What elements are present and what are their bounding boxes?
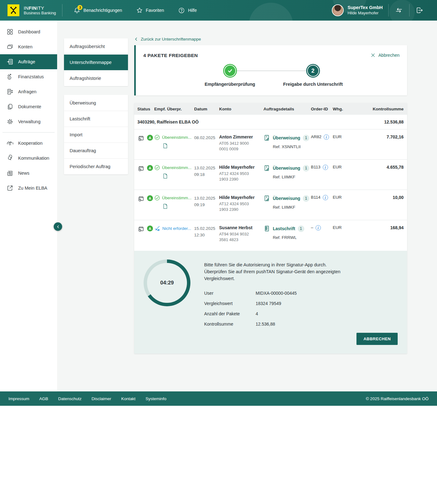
abort-button[interactable]: ABBRECHEN bbox=[356, 333, 398, 345]
verification-cell: Übereinstimm... bbox=[154, 165, 194, 190]
footer-link-agb[interactable]: AGB bbox=[39, 396, 48, 401]
brand-name-pre: IN bbox=[24, 5, 29, 11]
sidebar-item-dashboard[interactable]: Dashboard bbox=[0, 24, 57, 39]
sidebar-item-kommunikation[interactable]: Kommunikation bbox=[0, 151, 57, 166]
submenu-item-unterschriftenmappe[interactable]: Unterschriftenmappe bbox=[64, 54, 128, 70]
order-reference: Ref. LIIMKF bbox=[273, 175, 311, 179]
scheduled-order-icon bbox=[137, 195, 145, 202]
order-id: B113 bbox=[311, 165, 321, 169]
sidebar-item-label: Dokumente bbox=[18, 104, 41, 109]
page-title: 4 PAKETE FREIGEBEN bbox=[143, 53, 400, 58]
submenu-item-lastschrift[interactable]: Lastschrift bbox=[64, 111, 128, 127]
documents-icon bbox=[6, 103, 14, 110]
document-icon[interactable] bbox=[162, 203, 194, 209]
user-block[interactable]: SuperTex GmbH Hilde Mayerhofer bbox=[347, 5, 383, 16]
verification-status: Übereinstimm... bbox=[162, 135, 192, 140]
back-link[interactable]: Zurück zur Unterschriftenmappe bbox=[134, 37, 201, 41]
handshake-icon bbox=[6, 139, 14, 147]
submenu-item-auftragshistorie[interactable]: Auftragshistorie bbox=[64, 70, 128, 86]
sidebar-item-label: Aufträge bbox=[18, 59, 35, 64]
sidebar-item-kooperation[interactable]: Kooperation bbox=[0, 136, 57, 151]
newspaper-icon bbox=[6, 169, 14, 177]
logout-button[interactable] bbox=[410, 7, 430, 14]
notifications-button[interactable]: 3 Benachrichtigungen bbox=[74, 7, 122, 14]
info-icon[interactable]: i bbox=[316, 225, 321, 230]
submenu-item-auftragsuebersicht[interactable]: Auftragsübersicht bbox=[64, 38, 128, 54]
footer-link-disclaimer[interactable]: Disclaimer bbox=[91, 396, 111, 401]
cancel-link[interactable]: Abbrechen bbox=[371, 53, 400, 58]
info-icon[interactable]: i bbox=[323, 195, 328, 200]
stepper: Empfängerüberprüfung 2 Freigabe durch Un… bbox=[143, 64, 400, 87]
sidebar-item-zu-mein-elba[interactable]: Zu Mein ELBA bbox=[0, 181, 57, 196]
check-circle-icon bbox=[154, 195, 160, 201]
order-time: 09:19 bbox=[194, 201, 219, 208]
signature-field-kontrollsumme: Kontrollsumme 12.536,88 bbox=[204, 322, 341, 327]
submenu-item-dauerauftrag[interactable]: Dauerauftrag bbox=[64, 143, 128, 158]
order-id-cell: AR82 i bbox=[311, 134, 333, 159]
order-type: Überweisung bbox=[273, 166, 300, 171]
currency-cell: EUR bbox=[333, 225, 350, 250]
order-type: Überweisung bbox=[273, 135, 300, 140]
step-1: Empfängerüberprüfung bbox=[194, 64, 266, 87]
chevron-left-icon bbox=[134, 37, 138, 41]
submenu-item-import[interactable]: Import bbox=[64, 127, 128, 143]
switch-account-button[interactable] bbox=[389, 6, 409, 14]
main-column: Zurück zur Unterschriftenmappe 4 PAKETE … bbox=[134, 21, 407, 391]
step-2-label: Freigabe durch Unterschrift bbox=[283, 82, 343, 87]
sidebar: Dashboard Konten Aufträge € Finanzstatus… bbox=[0, 21, 57, 391]
table-row[interactable]: A Übereinstimm... 08.02.2025 bbox=[134, 129, 407, 159]
submenu-item-ueberweisung[interactable]: Überweisung bbox=[64, 95, 128, 111]
sidebar-item-label: Finanzstatus bbox=[18, 74, 44, 79]
sidebar-item-verwaltung[interactable]: Verwaltung bbox=[0, 114, 57, 129]
sidebar-item-label: Kommunikation bbox=[18, 156, 49, 161]
account-holder: Susanne Herbst bbox=[219, 225, 263, 230]
table-row[interactable]: A Nicht erforder... 15.02.2025 12:30 Sus… bbox=[134, 220, 407, 250]
verification-status: Nicht erforder... bbox=[162, 226, 191, 231]
verification-status: Übereinstimm... bbox=[162, 165, 192, 170]
logout-icon bbox=[416, 7, 423, 14]
sidebar-item-konten[interactable]: Konten bbox=[0, 39, 57, 54]
field-label: Anzahl der Pakete bbox=[204, 311, 256, 316]
sidebar-item-news[interactable]: News bbox=[0, 166, 57, 181]
info-icon[interactable]: i bbox=[324, 134, 329, 140]
currency-cell: EUR bbox=[333, 165, 350, 190]
info-icon[interactable]: i bbox=[323, 165, 328, 170]
document-icon[interactable] bbox=[162, 173, 194, 179]
account-holder: Hilde Mayerhofer bbox=[219, 195, 263, 200]
user-name: Hilde Mayerhofer bbox=[347, 10, 383, 16]
status-cell: A bbox=[137, 225, 154, 250]
order-id-cell: B114 i bbox=[311, 195, 333, 220]
sidebar-item-dokumente[interactable]: Dokumente bbox=[0, 99, 57, 114]
countdown-timer: 04:29 bbox=[147, 263, 187, 303]
user-avatar[interactable] bbox=[332, 4, 344, 16]
submenu-item-periodischer-auftrag[interactable]: Periodischer Auftrag bbox=[64, 158, 128, 174]
footer-link-kontakt[interactable]: Kontakt bbox=[121, 396, 135, 401]
sidebar-item-anfragen[interactable]: Anfragen bbox=[0, 84, 57, 99]
footer-link-systeminfo[interactable]: Systeminfo bbox=[145, 396, 166, 401]
favorites-button[interactable]: Favoriten bbox=[136, 7, 164, 13]
status-a-badge: A bbox=[147, 195, 153, 201]
table-row[interactable]: A Übereinstimm... 13.02.2025 09:19 bbox=[134, 190, 407, 220]
help-label: Hilfe bbox=[188, 8, 197, 13]
sidebar-collapse-button[interactable] bbox=[54, 222, 62, 231]
help-button[interactable]: Hilfe bbox=[178, 7, 197, 14]
document-icon[interactable] bbox=[162, 143, 194, 149]
footer-link-datenschutz[interactable]: Datenschutz bbox=[58, 396, 81, 401]
sidebar-item-finanzstatus[interactable]: € Finanzstatus bbox=[0, 69, 57, 84]
order-id: – bbox=[311, 225, 313, 230]
status-a-badge: A bbox=[147, 165, 153, 171]
app-body: Dashboard Konten Aufträge € Finanzstatus… bbox=[0, 21, 437, 391]
account-cell: Hilde Mayerhofer AT12 4324 9503 1903 239… bbox=[219, 195, 263, 220]
submenu-item-label: Unterschriftenmappe bbox=[70, 60, 112, 65]
orders-icon bbox=[6, 58, 14, 65]
close-icon bbox=[371, 53, 376, 58]
table-row[interactable]: A Übereinstimm... 13.02.2025 09:18 bbox=[134, 159, 407, 190]
submenu-item-label: Periodischer Auftrag bbox=[70, 164, 110, 169]
orders-submenu: Auftragsübersicht Unterschriftenmappe Au… bbox=[64, 38, 128, 391]
sidebar-item-auftraege[interactable]: Aufträge bbox=[0, 54, 57, 69]
account-iban: AT94 9034 9032 3581 4823 bbox=[219, 231, 257, 243]
bell-icon: 3 bbox=[74, 7, 80, 14]
column-header: Kontrollsumme bbox=[350, 107, 404, 111]
top-bar: INFINITY Business Banking 3 Benachrichti… bbox=[0, 0, 437, 21]
footer-link-impressum[interactable]: Impressum bbox=[8, 396, 29, 401]
